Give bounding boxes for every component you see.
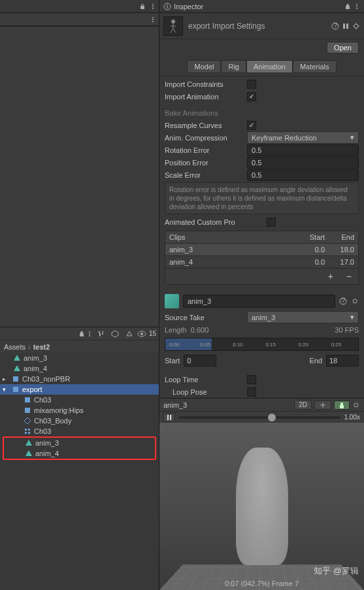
position-error-input[interactable] [247,157,359,169]
breadcrumb-folder[interactable]: test2 [33,343,50,351]
expand-arrow[interactable]: ▾ [3,386,9,393]
tab-materials[interactable]: Materials [293,60,337,73]
svg-point-26 [356,4,357,5]
tree-item-ch03-2[interactable]: Ch03 [0,426,159,436]
tree-item-h-anim3[interactable]: anim_3 [4,438,155,448]
help-icon[interactable]: ? [331,22,339,30]
rotation-error-input[interactable] [247,144,359,156]
clip-row[interactable]: anim_3 0.0 18.0 [165,244,359,256]
svg-rect-20 [25,432,27,434]
gear-icon[interactable] [351,297,359,305]
clip-row[interactable]: anim_4 0.0 17.0 [165,256,359,269]
anim-clip-icon [25,450,33,457]
playback-slider[interactable] [179,416,340,419]
dots-icon[interactable] [86,331,93,337]
preview-viewport[interactable]: 0:07 (042.7%) Frame 7 知乎 @罗辑 [159,423,364,590]
import-animation-checkbox[interactable]: ✓ [247,92,256,101]
pivot-icon[interactable] [314,401,331,410]
zoom-label: 1.00x [344,414,360,421]
svg-rect-17 [25,408,30,413]
inspector-tab[interactable]: i Inspector [159,0,364,13]
expand-arrow[interactable]: ▸ [3,376,9,382]
btn-2d[interactable]: 2D [294,400,312,410]
animated-custom-checkbox[interactable] [267,218,276,227]
anim-clip-icon [13,365,21,372]
anim-clip-icon [25,439,33,447]
tree-label: Ch03_nonPBR [22,375,70,383]
svg-marker-12 [14,355,20,361]
import-tabs: Model Rig Animation Materials [159,56,364,76]
tree-item-ch03[interactable]: Ch03 [0,395,159,405]
svg-point-6 [89,331,90,333]
length-label: Length [165,326,187,334]
tree-item-anim3[interactable]: anim_3 [0,353,159,363]
svg-text:?: ? [341,297,345,304]
anim-compression-label: Anim. Compression [165,134,243,142]
tick: 0:10 [233,342,243,348]
dropdown-value: Keyframe Reduction [252,134,317,142]
help-icon[interactable]: ? [339,297,347,305]
gear-icon[interactable] [352,22,360,30]
lock-icon[interactable] [344,3,351,10]
avatar-icon[interactable] [334,401,350,410]
filter-btn-1[interactable] [94,329,107,339]
tree-item-mixamorig[interactable]: mixamorig:Hips [0,405,159,416]
resample-curves-label: Resample Curves [165,122,243,129]
filter-btn-2[interactable] [108,329,122,339]
svg-point-29 [171,20,175,24]
add-clip-button[interactable]: + [324,271,337,282]
dots-icon[interactable] [150,16,156,23]
tab-model[interactable]: Model [187,60,221,73]
tree-item-export[interactable]: ▾ export [0,384,159,395]
anim-compression-dropdown[interactable]: Keyframe Reduction ▾ [247,131,359,144]
svg-point-11 [141,333,143,335]
svg-rect-21 [28,432,30,434]
source-take-label: Source Take [165,314,243,321]
import-constraints-checkbox[interactable] [247,80,256,89]
anim-clip-icon [13,354,21,362]
item-count: 15 [149,330,156,337]
svg-point-37 [353,299,357,303]
loop-time-checkbox[interactable] [247,375,256,384]
tab-animation[interactable]: Animation [246,60,293,73]
tree-label: Ch03 [34,427,51,435]
tree-item-ch03-body[interactable]: Ch03_Body [0,416,159,426]
timeline[interactable]: 0:00 0:05 0:10 0:15 0:20 0:25 [165,338,359,351]
scale-error-label: Scale Error [165,171,243,179]
source-take-dropdown[interactable]: anim_3 ▾ [247,311,359,323]
tree-item-ch03-nonpbr[interactable]: ▸ Ch03_nonPBR [0,374,159,384]
svg-point-28 [356,8,357,9]
start-input[interactable] [184,355,216,367]
loop-pose-checkbox[interactable] [247,387,256,397]
filter-btn-3[interactable] [123,329,136,339]
clip-name-input[interactable] [183,295,335,308]
watermark: 知乎 @罗辑 [314,565,359,577]
open-button[interactable]: Open [327,42,359,54]
gear-icon[interactable] [352,401,360,409]
visibility-icon[interactable] [137,331,146,337]
lock-icon[interactable] [78,331,85,337]
tree-label: anim_3 [35,439,59,447]
dropdown-value: anim_3 [252,314,275,321]
breadcrumb-root[interactable]: Assets [4,343,25,351]
clip-name: anim_4 [169,258,295,266]
pause-button[interactable] [163,413,175,422]
clip-end: 18.0 [325,246,354,254]
svg-rect-15 [13,387,18,392]
svg-point-3 [152,17,154,18]
tree-label: mixamorig:Hips [34,406,84,414]
tree-item-h-anim4[interactable]: anim_4 [4,448,155,459]
tab-rig[interactable]: Rig [221,60,246,73]
playback-bar: 1.00x [159,411,364,423]
preset-icon[interactable] [342,22,350,30]
svg-marker-13 [14,365,20,371]
tree-item-anim4[interactable]: anim_4 [0,363,159,374]
dots-icon[interactable] [354,3,360,10]
lock-icon[interactable] [139,3,146,10]
scale-error-input[interactable] [247,169,359,181]
remove-clip-button[interactable]: − [342,271,356,282]
resample-curves-checkbox[interactable]: ✓ [247,121,256,130]
tick: 0:20 [299,342,309,348]
end-input[interactable] [326,355,359,367]
dots-icon[interactable] [150,3,156,10]
